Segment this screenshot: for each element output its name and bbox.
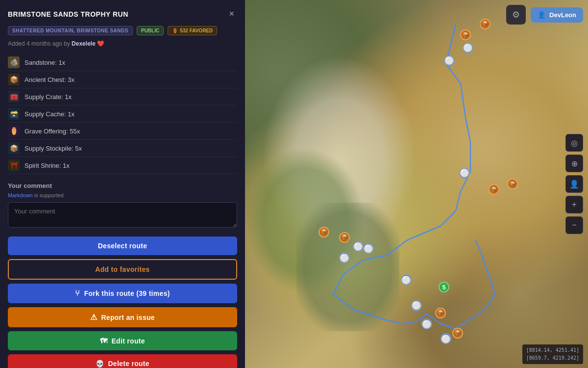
zoom-out-button[interactable]: − xyxy=(565,216,583,234)
item-row: ⚱️Grave Offering: 55x xyxy=(8,123,237,140)
map-marker-2[interactable]: 📦 xyxy=(480,19,490,29)
coords-line2: [8659.7, 4219.242] xyxy=(526,354,579,362)
tag-public: PUBLIC xyxy=(137,26,164,35)
map-marker-6[interactable]: 📦 xyxy=(489,184,499,195)
marker-icon: 📦 xyxy=(509,181,516,187)
map-marker-4[interactable]: ⚪ xyxy=(444,55,455,66)
tag-favored: 🏺 532 FAVORED xyxy=(168,26,217,35)
item-row: 🗃️Supply Cache: 1x xyxy=(8,105,237,123)
close-button[interactable]: × xyxy=(226,8,237,20)
marker-icon: 📦 xyxy=(462,32,469,38)
marker-icon: ⚪ xyxy=(422,319,432,329)
map-marker-12[interactable]: ⚪ xyxy=(339,252,350,263)
zoom-in-button[interactable]: + xyxy=(565,196,583,213)
edit-icon: 🗺 xyxy=(100,337,107,345)
favored-icon: 🏺 xyxy=(172,28,178,33)
item-row: 🧰Supply Crate: 1x xyxy=(8,88,237,105)
tag-location: SHATTERED MOUNTAIN, BRIMSTONE SANDS xyxy=(8,26,133,35)
map-marker-1[interactable]: 📦 xyxy=(460,29,471,40)
map-marker-13[interactable]: ⚪ xyxy=(401,274,412,285)
map-coordinates: [8814.14, 4251.41] [8659.7, 4219.242] xyxy=(522,344,583,364)
report-label: Report an issue xyxy=(101,314,155,321)
locate-button[interactable]: ◎ xyxy=(565,134,583,152)
marker-icon: 5 xyxy=(442,284,445,291)
map-area[interactable]: 📦 📦 ⚪ ⚪ ⚪ 📦 📦 📦 📦 ⚪ ⚪ ⚪ ⚪ 5 ⚪ 📦 xyxy=(245,0,588,368)
side-panel: BRIMSTONE SANDS TROPHY RUN × SHATTERED M… xyxy=(0,0,245,368)
username: Dexelele xyxy=(72,40,96,47)
edit-route-button[interactable]: 🗺 Edit route xyxy=(8,331,237,350)
panel-header: BRIMSTONE SANDS TROPHY RUN × xyxy=(8,8,237,20)
delete-route-button[interactable]: 💀 Delete route xyxy=(8,354,237,368)
item-label: Ancient Chest: 3x xyxy=(24,76,74,83)
map-top-controls: ⚙ 👤 DevLeon xyxy=(506,5,583,25)
item-label: Supply Stockpile: 5x xyxy=(24,145,82,152)
locate-icon: ◎ xyxy=(571,138,578,148)
item-icon-stockpile: 📦 xyxy=(8,142,20,154)
fork-label: Fork this route (39 times) xyxy=(84,289,170,297)
add-favorites-button[interactable]: Add to favorites xyxy=(8,259,237,280)
map-marker-15[interactable]: ⚪ xyxy=(411,300,422,311)
marker-icon: ⚪ xyxy=(412,301,421,310)
map-marker-16[interactable]: 📦 xyxy=(435,308,446,318)
settings-button[interactable]: ⚙ xyxy=(506,5,526,25)
map-marker-5[interactable]: ⚪ xyxy=(459,168,470,179)
item-icon-sandstone: 🪨 xyxy=(8,56,20,68)
comment-input[interactable] xyxy=(8,202,237,228)
compass-icon: ⊕ xyxy=(571,159,578,168)
settings-icon: ⚙ xyxy=(512,9,520,20)
coords-line1: [8814.14, 4251.41] xyxy=(526,346,579,354)
map-marker-9[interactable]: 📦 xyxy=(339,232,350,243)
item-label: Grave Offering: 55x xyxy=(24,128,80,135)
item-row: 📦Ancient Chest: 3x xyxy=(8,71,237,88)
compass-button[interactable]: ⊕ xyxy=(565,155,583,172)
report-issue-button[interactable]: ⚠ Report an issue xyxy=(8,307,237,327)
markdown-suffix: is supported xyxy=(34,192,64,198)
person-icon: 👤 xyxy=(569,180,579,189)
terrain-green2 xyxy=(296,203,399,332)
tags-row: SHATTERED MOUNTAIN, BRIMSTONE SANDS PUBL… xyxy=(8,26,237,35)
item-label: Spirit Shrine: 1x xyxy=(24,162,70,169)
map-marker-19[interactable]: 📦 xyxy=(452,328,463,339)
item-row: 📦Supply Stockpile: 5x xyxy=(8,140,237,157)
item-row: 🪨Sandstone: 1x xyxy=(8,54,237,71)
panel-title: BRIMSTONE SANDS TROPHY RUN xyxy=(8,10,128,18)
marker-icon: ⚪ xyxy=(463,43,473,53)
fork-icon: ⑂ xyxy=(75,289,80,298)
item-icon-shrine: ⛩️ xyxy=(8,159,20,171)
map-marker-8[interactable]: 📦 xyxy=(318,227,329,237)
heart-icon: ❤️ xyxy=(97,40,104,47)
person-button[interactable]: 👤 xyxy=(565,175,583,193)
item-icon-supply: 🧰 xyxy=(8,91,20,103)
marker-icon: ⚪ xyxy=(401,275,411,285)
item-label: Supply Cache: 1x xyxy=(24,110,74,118)
map-marker-7[interactable]: 📦 xyxy=(507,179,518,189)
marker-icon: ⚪ xyxy=(364,244,373,253)
markdown-link[interactable]: Markdown xyxy=(8,192,33,198)
map-marker-11[interactable]: ⚪ xyxy=(363,243,374,254)
marker-icon: ⚪ xyxy=(340,253,349,263)
marker-icon: 📦 xyxy=(490,186,497,193)
comment-label: Your comment xyxy=(8,182,237,189)
map-marker-17[interactable]: ⚪ xyxy=(421,318,432,329)
map-marker-3[interactable]: ⚪ xyxy=(463,43,473,53)
zoom-out-icon: − xyxy=(572,221,576,230)
deselect-route-button[interactable]: Deselect route xyxy=(8,237,237,255)
map-marker-14[interactable]: 5 xyxy=(439,282,449,292)
marker-icon: ⚪ xyxy=(353,242,363,251)
marker-icon: ⚪ xyxy=(444,56,454,65)
map-right-controls: ◎ ⊕ 👤 + − xyxy=(565,134,583,234)
map-marker-18[interactable]: ⚪ xyxy=(441,333,451,344)
report-icon: ⚠ xyxy=(90,313,97,322)
zoom-in-icon: + xyxy=(572,200,576,209)
item-icon-chest: 📦 xyxy=(8,74,20,85)
comment-section: Your comment Markdown is supported xyxy=(8,182,237,230)
item-row: ⛩️Spirit Shrine: 1x xyxy=(8,157,237,174)
marker-icon: 📦 xyxy=(341,234,348,240)
items-list: 🪨Sandstone: 1x📦Ancient Chest: 3x🧰Supply … xyxy=(8,54,237,174)
user-account-button[interactable]: 👤 DevLeon xyxy=(531,7,583,23)
map-marker-10[interactable]: ⚪ xyxy=(353,241,364,252)
edit-label: Edit route xyxy=(111,337,145,345)
fork-route-button[interactable]: ⑂ Fork this route (39 times) xyxy=(8,284,237,303)
markdown-note: Markdown is supported xyxy=(8,192,237,198)
marker-icon: 📦 xyxy=(320,229,327,235)
